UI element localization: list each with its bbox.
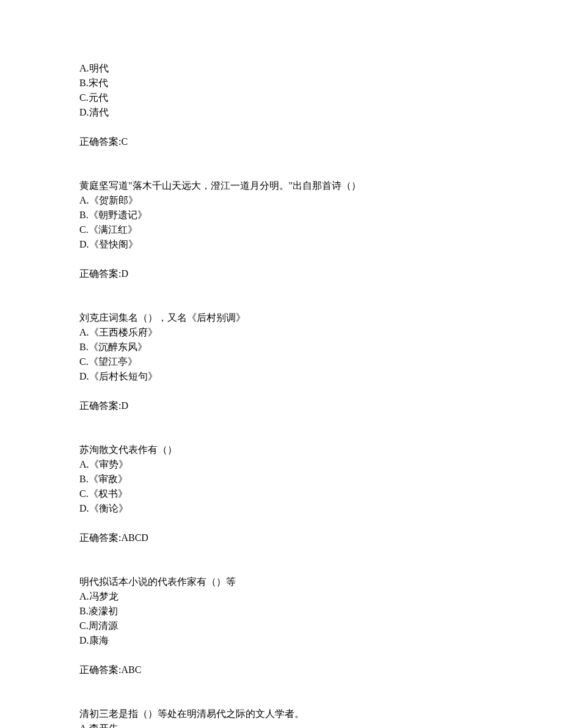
option-d: D.《后村长短句》 — [79, 369, 562, 384]
question-text: 刘克庄词集名（），又名《后村别调》 — [79, 311, 562, 325]
option-d: D.《衡论》 — [79, 501, 562, 516]
option-c: C.《权书》 — [79, 487, 562, 501]
answer-text: 正确答案:C — [79, 134, 562, 149]
option-a: A.《王西楼乐府》 — [79, 325, 562, 340]
option-a: A.《贺新郎》 — [79, 193, 562, 208]
answer-text: 正确答案:D — [79, 399, 562, 413]
question-block-4: 苏洵散文代表作有（） A.《审势》 B.《审敌》 C.《权书》 D.《衡论》 正… — [79, 443, 562, 545]
question-block-3: 刘克庄词集名（），又名《后村别调》 A.《王西楼乐府》 B.《沉醉东风》 C.《… — [79, 311, 562, 413]
option-c: C.《满江红》 — [79, 222, 562, 237]
option-c: C.元代 — [79, 90, 562, 105]
option-b: B.《沉醉东风》 — [79, 340, 562, 355]
question-block-1: A.明代 B.宋代 C.元代 D.清代 正确答案:C — [79, 61, 562, 149]
question-block-2: 黄庭坚写道"落木千山天远大，澄江一道月分明。"出自那首诗（） A.《贺新郎》 B… — [79, 178, 562, 281]
option-d: D.《登快阁》 — [79, 237, 562, 252]
option-d: D.清代 — [79, 105, 562, 120]
option-c: C.《望江亭》 — [79, 355, 562, 369]
option-b: B.《朝野遗记》 — [79, 208, 562, 222]
option-b: B.宋代 — [79, 76, 562, 90]
option-b: B.凌濛初 — [79, 604, 562, 619]
answer-text: 正确答案:ABC — [79, 663, 562, 677]
option-c: C.周清源 — [79, 619, 562, 633]
option-a: A.《审势》 — [79, 457, 562, 472]
question-text: 黄庭坚写道"落木千山天远大，澄江一道月分明。"出自那首诗（） — [79, 178, 562, 193]
question-block-5: 明代拟话本小说的代表作家有（）等 A.冯梦龙 B.凌濛初 C.周清源 D.康海 … — [79, 575, 562, 677]
answer-text: 正确答案:D — [79, 267, 562, 281]
question-text: 明代拟话本小说的代表作家有（）等 — [79, 575, 562, 589]
question-text: 苏洵散文代表作有（） — [79, 443, 562, 457]
question-text: 清初三老是指（）等处在明清易代之际的文人学者。 — [79, 707, 562, 721]
option-b: B.《审敌》 — [79, 472, 562, 487]
option-a: A.李开先 — [79, 721, 562, 728]
answer-text: 正确答案:ABCD — [79, 531, 562, 545]
option-a: A.明代 — [79, 61, 562, 76]
question-block-6: 清初三老是指（）等处在明清易代之际的文人学者。 A.李开先 B.顾炎武 — [79, 707, 562, 728]
option-d: D.康海 — [79, 633, 562, 648]
option-a: A.冯梦龙 — [79, 589, 562, 604]
